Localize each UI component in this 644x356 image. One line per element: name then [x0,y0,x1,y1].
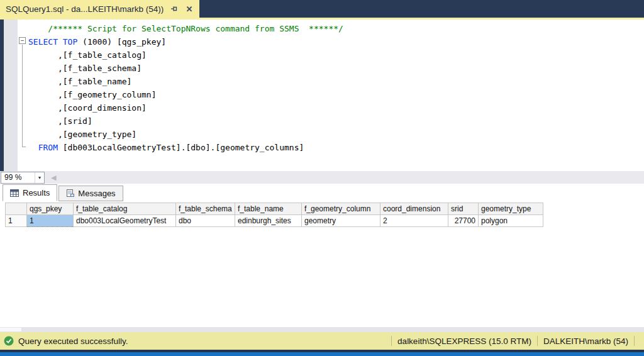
zoom-level-value: 99 % [1,173,35,182]
code-outline-column: − [18,19,28,171]
grid-column-header[interactable]: qgs_pkey [27,203,74,215]
status-separator [537,336,538,346]
document-tab-strip: SQLQuery1.sql - da...LKEITH\markb (54)) … [0,0,644,18]
code-token: ,[coord_dimension] [28,103,147,113]
grid-cell[interactable]: dbo [176,215,235,227]
code-token: ,[geometry_type] [28,130,136,139]
scroll-left-arrow-icon[interactable]: ◀ [51,174,56,182]
scrollbar-thumb[interactable] [0,328,21,331]
code-token: (1000) [qgs_pkey] [77,37,166,47]
sql-editor-pane[interactable]: − /****** Script for SelectTopNRows comm… [0,19,644,171]
grid-cell[interactable]: 27700 [448,215,479,227]
code-token [58,37,63,47]
results-pane: qgs_pkeyf_table_catalogf_table_schemaf_t… [0,201,644,327]
status-separator [391,336,392,346]
success-check-icon [4,336,14,346]
table-row: 11dbo003LocalGeometryTestdboedinburgh_si… [6,215,543,227]
code-token: ,[f_table_catalog] [28,50,147,60]
grid-column-header[interactable]: f_table_name [235,203,302,215]
results-tab-bar: Results Messages [0,184,644,201]
status-server-instance: dalkeith\SQLEXPRESS (15.0 RTM) [397,337,531,346]
code-line-4[interactable]: ,[f_table_schema] [28,62,644,75]
code-token: [db003LocalGeometryTest].[dbo].[geometry… [58,143,304,152]
code-token: ,[f_table_name] [28,77,131,86]
grid-cell[interactable]: dbo003LocalGeometryTest [74,215,176,227]
grid-cell[interactable]: edinburgh_sites [235,215,302,227]
collapse-region-toggle[interactable]: − [19,37,26,44]
code-line-1[interactable]: /****** Script for SelectTopNRows comman… [28,22,644,35]
code-token: ,[f_table_schema] [28,64,142,73]
editor-bottom-bar: 99 % ▾ ◀ [0,171,644,184]
grid-cell[interactable]: 1 [27,215,74,227]
results-horizontal-scrollbar[interactable] [0,327,644,332]
status-bar: Query executed successfully. dalkeith\SQ… [0,332,644,350]
code-token: TOP [63,37,77,47]
code-token: SELECT [28,37,58,47]
code-line-3[interactable]: ,[f_table_catalog] [28,48,644,62]
grid-column-header[interactable]: f_table_schema [176,203,235,215]
code-line-8[interactable]: ,[srid] [28,114,644,128]
code-line-9[interactable]: ,[geometry_type] [28,128,644,141]
taskbar-strip [0,352,644,356]
outline-vertical-line [22,45,23,147]
code-token: FROM [38,143,58,152]
code-token: ,[srid] [28,116,92,126]
document-tab-title: SQLQuery1.sql - da...LKEITH\markb (54)) [6,4,164,14]
ssms-window: SQLQuery1.sql - da...LKEITH\markb (54)) … [0,0,644,356]
sql-code-text[interactable]: /****** Script for SelectTopNRows comman… [28,19,644,171]
tab-results[interactable]: Results [3,184,57,201]
code-line-5[interactable]: ,[f_table_name] [28,75,644,88]
code-token [28,143,38,152]
grid-column-header[interactable]: coord_dimension [380,203,448,215]
code-token: /****** Script for SelectTopNRows comman… [28,24,343,33]
grid-corner-cell[interactable] [6,203,27,215]
document-tab[interactable]: SQLQuery1.sql - da...LKEITH\markb (54)) … [0,0,199,18]
tab-messages-label: Messages [78,189,115,198]
status-login-user: DALKEITH\markb (54) [543,337,628,346]
pin-icon[interactable] [169,4,179,14]
tab-messages[interactable]: Messages [58,186,123,201]
code-line-10[interactable]: FROM [db003LocalGeometryTest].[dbo].[geo… [28,141,644,154]
grid-cell[interactable]: geometry [302,215,380,227]
grid-column-header[interactable]: f_table_catalog [74,203,176,215]
messages-page-icon [66,189,74,197]
code-line-2[interactable]: SELECT TOP (1000) [qgs_pkey] [28,35,644,48]
editor-gutter [4,19,18,171]
chevron-down-icon: ▾ [35,172,44,183]
code-token: ,[f_geometry_column] [28,90,157,99]
code-line-7[interactable]: ,[coord_dimension] [28,101,644,114]
status-message: Query executed successfully. [18,337,128,346]
grid-column-header[interactable]: f_geometry_column [302,203,380,215]
results-grid: qgs_pkeyf_table_catalogf_table_schemaf_t… [5,203,543,227]
results-grid-icon [10,189,19,197]
code-line-6[interactable]: ,[f_geometry_column] [28,88,644,101]
tab-results-label: Results [23,188,50,197]
grid-cell[interactable]: polygon [479,215,543,227]
editor-horizontal-scrollbar[interactable]: ◀ [45,171,644,184]
outline-foot-line [22,147,26,147]
zoom-level-select[interactable]: 99 % ▾ [1,172,45,184]
grid-cell[interactable]: 2 [380,215,448,227]
grid-column-header[interactable]: geometry_type [479,203,543,215]
status-separator [634,336,635,346]
grid-column-header[interactable]: srid [448,203,479,215]
close-icon[interactable]: ✕ [184,4,194,14]
grid-row-header[interactable]: 1 [6,215,27,227]
